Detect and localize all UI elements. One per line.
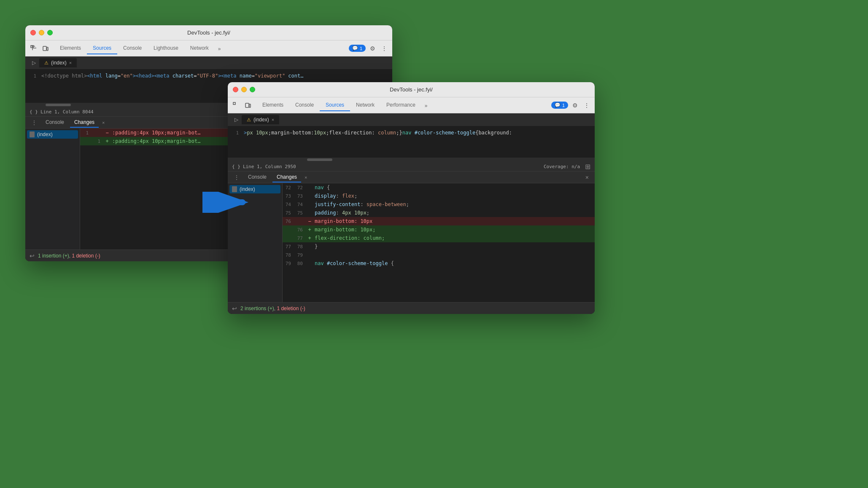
messages-badge-1[interactable]: 💬1 — [349, 45, 366, 52]
file-tab-close-1[interactable]: × — [69, 60, 72, 65]
more-tabs-1[interactable]: » — [215, 43, 224, 54]
diff-old-72: 72 — [283, 185, 294, 190]
more-options-btn-1[interactable]: ⋮ — [380, 43, 389, 54]
toolbar-right-2: 💬1 ⚙ ⋮ — [551, 100, 591, 110]
diff-old-74: 74 — [283, 202, 294, 207]
file-tabs-1: ▷ ⚠ (index) × — [25, 56, 392, 69]
inspect-element-btn-2[interactable] — [231, 100, 241, 110]
diff-new-73: 73 — [294, 193, 306, 199]
messages-badge-2[interactable]: 💬1 — [551, 102, 568, 109]
status-text-1: { } — [30, 109, 38, 115]
device-toggle-btn-2[interactable] — [243, 100, 253, 110]
undo-btn-2[interactable]: ↩ — [232, 305, 237, 312]
diff-marker-76-add: + — [306, 227, 313, 233]
diff-row-74: 74 74 justify-content: space-between; — [283, 200, 595, 209]
file-tab-name-1: (index) — [51, 60, 67, 66]
diff-old-num-1: 1 — [80, 130, 92, 136]
toolbar-right-1: 💬1 ⚙ ⋮ — [349, 43, 389, 54]
tab-console-2[interactable]: Console — [289, 99, 320, 111]
diff-content-2: 72 72 nav { 73 73 display: flex; — [283, 183, 595, 302]
traffic-lights-1[interactable] — [30, 30, 53, 35]
diff-row-79: 79 80 nav #color-scheme-toggle { — [283, 259, 595, 268]
file-toggle-2[interactable]: ▷ — [231, 115, 242, 124]
panel-close-btn-2[interactable]: × — [583, 174, 591, 181]
code-line-2: 1 >px 10px;margin-bottom:10px;flex-direc… — [228, 129, 595, 137]
code-line-1: 1 <!doctype html><html lang="en"><head><… — [25, 72, 392, 80]
maximize-button-2[interactable] — [250, 87, 255, 92]
diff-text-74: justify-content: space-between; — [313, 201, 409, 207]
diff-text-del-1: :padding:4px 10px;margin-bot… — [111, 130, 201, 136]
panel-footer-2: ↩ 2 insertions (+), 1 deletion (-) — [228, 302, 595, 314]
status-text-2: { } — [232, 164, 240, 169]
traffic-lights-2[interactable] — [233, 87, 255, 92]
devtools-window-2: DevTools - jec.fyi/ Elements Console Sou… — [228, 82, 595, 314]
more-tabs-2[interactable]: » — [421, 100, 431, 111]
diff-row-72: 72 72 nav { — [283, 183, 595, 192]
more-options-btn-2[interactable]: ⋮ — [582, 100, 591, 110]
panel-tab-changes-close-2[interactable]: × — [305, 175, 307, 180]
footer-summary-2: 2 insertions (+), 1 deletion (-) — [240, 306, 305, 311]
minimize-button-2[interactable] — [241, 87, 247, 92]
panel-tab-changes-2[interactable]: Changes — [272, 172, 301, 182]
line-number-2: 1 — [231, 130, 244, 136]
maximize-button-1[interactable] — [47, 30, 53, 35]
file-warning-1: ⚠ — [44, 60, 49, 66]
diff-new-80: 80 — [294, 261, 306, 266]
close-button-2[interactable] — [233, 87, 238, 92]
diff-marker-76-del: − — [306, 218, 313, 224]
diff-text-77-add: flex-direction: column; — [313, 235, 385, 241]
close-button-1[interactable] — [30, 30, 36, 35]
panel-menu-btn-2[interactable]: ⋮ — [231, 173, 242, 182]
tab-console-1[interactable]: Console — [117, 43, 148, 54]
titlebar-2: DevTools - jec.fyi/ — [228, 82, 595, 97]
tab-sources-1[interactable]: Sources — [87, 43, 117, 54]
tab-elements-2[interactable]: Elements — [256, 99, 289, 111]
diff-marker-del-1: − — [104, 130, 111, 136]
diff-text-76-del: margin-bottom: 10px — [313, 218, 372, 224]
diff-text-77: } — [313, 244, 318, 249]
changes-file-item-1[interactable]: (index) — [27, 130, 78, 139]
diff-old-77: 77 — [283, 244, 294, 249]
bottom-panel-2: ⋮ Console Changes × × (index) 72 — [228, 171, 595, 314]
tab-elements-1[interactable]: Elements — [54, 43, 87, 54]
line-col-2: Line 1, Column 2950 — [243, 164, 296, 169]
tab-performance-2[interactable]: Performance — [380, 99, 421, 111]
diff-old-76: 76 — [283, 219, 294, 224]
svg-rect-4 — [233, 102, 235, 105]
tab-sources-2[interactable]: Sources — [320, 99, 350, 111]
device-toggle-btn[interactable] — [40, 43, 51, 54]
minimize-button-1[interactable] — [39, 30, 44, 35]
diff-new-72: 72 — [294, 185, 306, 190]
diff-text-add-1: :padding:4px 10px;margin-bot… — [111, 138, 201, 144]
svg-rect-2 — [47, 47, 48, 51]
undo-btn-1[interactable]: ↩ — [30, 252, 35, 259]
diff-new-num-2: 1 — [92, 139, 104, 144]
diff-text-75: padding: 4px 10px; — [313, 210, 369, 216]
coverage-icon-2[interactable]: ⊞ — [585, 163, 590, 171]
panel-menu-btn-1[interactable]: ⋮ — [29, 118, 40, 127]
tab-lighthouse-1[interactable]: Lighthouse — [148, 43, 184, 54]
diff-new-78: 78 — [294, 244, 306, 249]
settings-btn-1[interactable]: ⚙ — [368, 43, 377, 54]
svg-rect-6 — [249, 104, 251, 107]
line-col-1: Line 1, Column 8044 — [40, 109, 94, 115]
file-tab-index-2[interactable]: ⚠ (index) × — [242, 115, 279, 124]
panel-tab-changes-1[interactable]: Changes — [70, 118, 99, 128]
file-toggle-1[interactable]: ▷ — [29, 58, 39, 67]
diff-row-78: 78 79 — [283, 251, 595, 259]
panel-tab-console-2[interactable]: Console — [244, 172, 271, 182]
panel-tab-console-1[interactable]: Console — [41, 118, 68, 128]
panel-tabs-2: ⋮ Console Changes × × — [228, 172, 595, 183]
tab-network-1[interactable]: Network — [184, 43, 215, 54]
diff-row-76-del: 76 − margin-bottom: 10px — [283, 217, 595, 225]
settings-btn-2[interactable]: ⚙ — [571, 100, 580, 110]
main-tabs-1: Elements Sources Console Lighthouse Netw… — [54, 43, 224, 54]
scrollbar-h-2[interactable] — [228, 158, 595, 162]
line-number-1: 1 — [29, 73, 41, 79]
tab-network-2[interactable]: Network — [350, 99, 380, 111]
file-tab-close-2[interactable]: × — [272, 117, 274, 122]
panel-tab-changes-close-1[interactable]: × — [102, 120, 105, 125]
inspect-element-btn[interactable] — [29, 43, 39, 54]
file-tab-index-1[interactable]: ⚠ (index) × — [39, 58, 77, 67]
file-warning-2: ⚠ — [247, 117, 251, 123]
